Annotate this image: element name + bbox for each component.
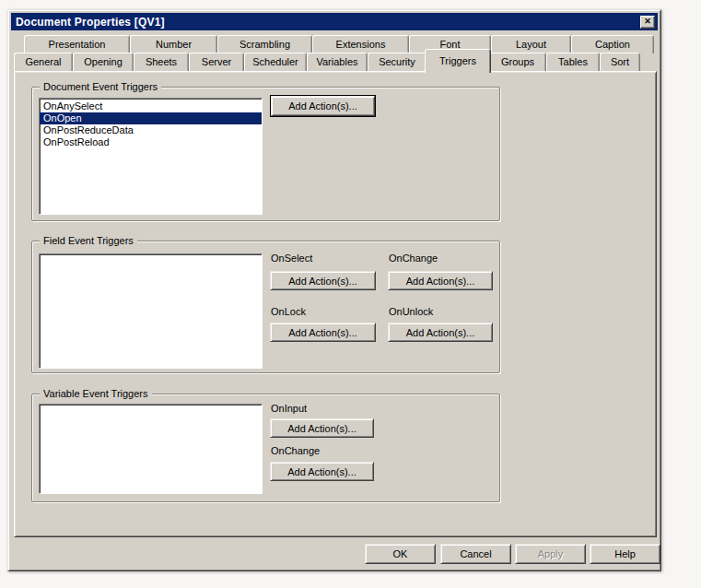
close-icon: ✕ bbox=[644, 17, 651, 26]
triggers-tab-panel: Document Event Triggers OnAnySelect OnOp… bbox=[14, 71, 657, 537]
window-title: Document Properties [QV1] bbox=[16, 16, 165, 29]
tab-tables[interactable]: Tables bbox=[546, 53, 600, 71]
tab-scrambling[interactable]: Scrambling bbox=[217, 35, 312, 53]
tab-opening[interactable]: Opening bbox=[73, 53, 134, 71]
tab-number[interactable]: Number bbox=[130, 35, 217, 53]
tab-caption[interactable]: Caption bbox=[571, 35, 654, 53]
list-item-onanyselect[interactable]: OnAnySelect bbox=[40, 100, 262, 112]
tab-groups[interactable]: Groups bbox=[489, 53, 546, 71]
list-item-onopen[interactable]: OnOpen bbox=[40, 112, 262, 124]
tab-variables[interactable]: Variables bbox=[307, 53, 368, 71]
onchange-variable-label: OnChange bbox=[271, 445, 320, 456]
tab-extensions[interactable]: Extensions bbox=[312, 35, 409, 53]
ok-button[interactable]: OK bbox=[365, 544, 436, 564]
field-triggers-listbox[interactable] bbox=[39, 253, 263, 369]
apply-button[interactable]: Apply bbox=[515, 544, 586, 564]
variable-event-triggers-group: Variable Event Triggers OnInput Add Acti… bbox=[31, 394, 500, 502]
add-actions-button-oninput[interactable]: Add Action(s)... bbox=[270, 418, 374, 438]
variable-event-triggers-label: Variable Event Triggers bbox=[40, 388, 152, 400]
document-triggers-listbox[interactable]: OnAnySelect OnOpen OnPostReduceData OnPo… bbox=[39, 98, 263, 215]
tab-row-lower: General Opening Sheets Server Scheduler … bbox=[14, 53, 640, 71]
tab-row-upper: Presentation Number Scrambling Extension… bbox=[24, 35, 654, 53]
variable-triggers-listbox[interactable] bbox=[39, 404, 263, 494]
tab-layout[interactable]: Layout bbox=[491, 35, 571, 53]
add-actions-button-onchange-field[interactable]: Add Action(s)... bbox=[388, 271, 493, 290]
add-actions-button-onchange-variable[interactable]: Add Action(s)... bbox=[270, 462, 374, 481]
cancel-button[interactable]: Cancel bbox=[440, 544, 511, 564]
oninput-label: OnInput bbox=[271, 403, 307, 414]
tab-security[interactable]: Security bbox=[368, 53, 426, 71]
list-item-onpostreducedata[interactable]: OnPostReduceData bbox=[40, 124, 262, 136]
document-properties-dialog: Document Properties [QV1] ✕ Presentation… bbox=[7, 9, 661, 571]
field-event-triggers-group: Field Event Triggers OnSelect OnChange A… bbox=[31, 241, 500, 373]
onselect-label: OnSelect bbox=[271, 253, 312, 264]
onlock-label: OnLock bbox=[271, 306, 306, 317]
tab-triggers[interactable]: Triggers bbox=[425, 49, 491, 73]
document-event-triggers-label: Document Event Triggers bbox=[40, 81, 161, 93]
tab-presentation[interactable]: Presentation bbox=[24, 35, 130, 53]
document-event-triggers-group: Document Event Triggers OnAnySelect OnOp… bbox=[31, 87, 500, 221]
help-button[interactable]: Help bbox=[590, 544, 660, 564]
add-actions-button-onlock[interactable]: Add Action(s)... bbox=[270, 323, 376, 342]
tab-general[interactable]: General bbox=[14, 53, 73, 71]
tab-sheets[interactable]: Sheets bbox=[134, 53, 189, 71]
add-actions-button-document[interactable]: Add Action(s)... bbox=[271, 96, 375, 116]
tab-server[interactable]: Server bbox=[189, 53, 244, 71]
list-item-onpostreload[interactable]: OnPostReload bbox=[40, 136, 262, 148]
onunlock-label: OnUnlock bbox=[389, 306, 433, 317]
tab-sort[interactable]: Sort bbox=[600, 53, 640, 71]
onchange-label: OnChange bbox=[389, 253, 438, 264]
title-bar[interactable]: Document Properties [QV1] ✕ bbox=[11, 13, 658, 30]
add-actions-button-onunlock[interactable]: Add Action(s)... bbox=[388, 323, 493, 342]
add-actions-button-onselect[interactable]: Add Action(s)... bbox=[270, 271, 376, 290]
close-button[interactable]: ✕ bbox=[640, 16, 655, 29]
tab-scheduler[interactable]: Scheduler bbox=[244, 53, 307, 71]
field-event-triggers-label: Field Event Triggers bbox=[40, 235, 137, 247]
